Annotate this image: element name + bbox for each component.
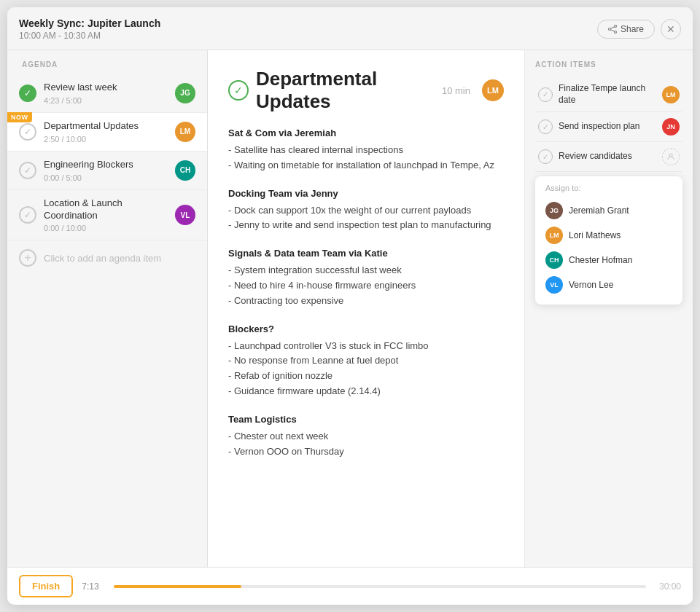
share-button[interactable]: Share (597, 20, 655, 39)
action-item-text: Finalize Tempe launch date (559, 83, 656, 106)
content-block-text: - Satellite has cleared internal inspect… (228, 143, 504, 173)
agenda-item-time: 2:50 / 10:00 (44, 135, 168, 144)
action-item-text: Send inspection plan (559, 121, 656, 133)
action-avatar: JN (662, 118, 680, 136)
assign-avatar: VL (545, 276, 563, 294)
agenda-item-time: 4:23 / 5:00 (44, 96, 168, 105)
title-actions: Share ✕ (597, 19, 681, 39)
content-line: - No response from Leanne at fuel depot (228, 353, 504, 369)
content-block-sat-com: Sat & Com via Jeremiah - Satellite has c… (228, 128, 504, 173)
assign-dropdown: Assign to: JG Jeremiah Grant LM Lori Mat… (535, 176, 682, 305)
content-block-title: Blockers? (228, 323, 504, 334)
content-line: - Jenny to write and send inspection tes… (228, 218, 504, 233)
action-check: ✓ (538, 87, 553, 102)
section-header: ✓ Departmental Updates 10 min LM (228, 68, 504, 113)
assign-avatar: CH (545, 251, 563, 269)
close-icon: ✕ (666, 23, 675, 35)
assign-person-vernon[interactable]: VL Vernon Lee (542, 272, 675, 297)
content-block-signals: Signals & Data team Team via Katie - Sys… (228, 248, 504, 308)
section-duration: 10 min (442, 85, 470, 96)
main-content: AGENDA ✓ Review last week 4:23 / 5:00 JG… (7, 50, 693, 567)
agenda-item-engineering-blockers[interactable]: ✓ Engineering Blockers 0:00 / 5:00 CH (7, 152, 207, 190)
agenda-item-location-launch[interactable]: ✓ Location & Launch Coordination 0:00 / … (7, 190, 207, 241)
svg-line-3 (610, 27, 614, 28)
avatar: CH (175, 160, 195, 181)
avatar: LM (175, 122, 195, 142)
agenda-item-name: Location & Launch Coordination (44, 197, 168, 222)
content-block-logistics: Team Logistics - Chester out next week -… (228, 414, 504, 460)
close-button[interactable]: ✕ (661, 19, 681, 39)
center-panel: ✓ Departmental Updates 10 min LM Sat & C… (208, 50, 525, 567)
content-block-text: - System integration successful last wee… (228, 263, 504, 308)
content-block-text: - Launchpad controller V3 is stuck in FC… (228, 339, 504, 399)
app-window: Weekly Sync: Jupiter Launch 10:00 AM - 1… (7, 7, 693, 605)
add-agenda-label: Click to add an agenda item (44, 253, 161, 264)
time-current: 7:13 (82, 581, 105, 592)
action-item-finalize-tempe[interactable]: ✓ Finalize Tempe launch date LM (535, 77, 682, 112)
avatar: JG (175, 83, 195, 103)
content-line: - System integration successful last wee… (228, 263, 504, 278)
assign-label: Assign to: (542, 184, 675, 192)
action-avatar: LM (662, 86, 680, 103)
svg-point-0 (614, 26, 616, 28)
agenda-item-departmental-updates[interactable]: NOW ✓ Departmental Updates 2:50 / 10:00 … (7, 113, 207, 152)
assign-avatar-placeholder (662, 148, 680, 165)
right-panel-header: ACTION ITEMS (535, 60, 682, 68)
title-info: Weekly Sync: Jupiter Launch 10:00 AM - 1… (19, 17, 160, 41)
section-check-icon: ✓ (228, 80, 249, 101)
add-agenda-item-button[interactable]: + Click to add an agenda item (7, 240, 207, 275)
right-panel: ACTION ITEMS ✓ Finalize Tempe launch dat… (525, 50, 693, 567)
assign-person-chester[interactable]: CH Chester Hofman (542, 248, 675, 272)
section-avatar: LM (482, 79, 504, 101)
action-check: ✓ (538, 119, 553, 134)
content-line: - Refab of ignition nozzle (228, 369, 504, 384)
sidebar-header: AGENDA (7, 50, 207, 74)
meeting-title: Weekly Sync: Jupiter Launch (19, 17, 160, 29)
time-total: 30:00 (655, 581, 681, 592)
svg-point-2 (608, 28, 610, 31)
finish-button[interactable]: Finish (19, 575, 73, 597)
action-item-review-candidates[interactable]: ✓ Review candidates (535, 142, 682, 172)
assign-person-name: Lori Mathews (569, 230, 621, 240)
content-line: - Dock can support 10x the weight of our… (228, 203, 504, 219)
action-item-text: Review candidates (559, 151, 656, 162)
content-line: - Need to hire 4 in-house firmware engin… (228, 278, 504, 294)
assign-avatar: JG (545, 202, 563, 219)
agenda-item-name: Engineering Blockers (44, 159, 168, 171)
agenda-check-current: ✓ (19, 123, 36, 141)
content-line: - Waiting on timetable for installation … (228, 158, 504, 173)
meeting-time: 10:00 AM - 10:30 AM (19, 31, 160, 41)
svg-point-1 (614, 31, 616, 34)
agenda-item-time: 0:00 / 5:00 (44, 173, 168, 182)
content-line: - Vernon OOO on Thursday (228, 444, 504, 460)
content-block-title: Docking Team via Jenny (228, 188, 504, 199)
section-title: Departmental Updates (256, 68, 435, 113)
content-line: - Satellite has cleared internal inspect… (228, 143, 504, 158)
add-icon: + (19, 249, 36, 267)
progress-bar-fill (114, 585, 241, 588)
now-badge: NOW (7, 112, 32, 122)
content-line: - Chester out next week (228, 429, 504, 444)
assign-avatar: LM (545, 227, 563, 244)
agenda-item-review-last-week[interactable]: ✓ Review last week 4:23 / 5:00 JG (7, 74, 207, 113)
avatar: VL (175, 205, 195, 225)
content-block-blockers: Blockers? - Launchpad controller V3 is s… (228, 323, 504, 399)
progress-bar[interactable] (114, 585, 646, 588)
content-line: - Launchpad controller V3 is stuck in FC… (228, 339, 504, 354)
content-block-title: Team Logistics (228, 414, 504, 425)
share-icon (608, 25, 617, 34)
content-block-text: - Dock can support 10x the weight of our… (228, 203, 504, 234)
assign-person-name: Jeremiah Grant (569, 205, 629, 216)
assign-person-name: Chester Hofman (569, 255, 632, 265)
assign-person-name: Vernon Lee (569, 280, 613, 290)
content-line: - Guidance firmware update (2.14.4) (228, 384, 504, 399)
agenda-check-done: ✓ (19, 85, 36, 102)
agenda-item-time: 0:00 / 10:00 (44, 224, 168, 232)
sidebar: AGENDA ✓ Review last week 4:23 / 5:00 JG… (7, 50, 208, 567)
action-item-send-inspection[interactable]: ✓ Send inspection plan JN (535, 112, 682, 142)
svg-line-4 (610, 30, 614, 31)
title-bar: Weekly Sync: Jupiter Launch 10:00 AM - 1… (7, 7, 693, 50)
content-block-title: Signals & Data team Team via Katie (228, 248, 504, 259)
assign-person-lori[interactable]: LM Lori Mathews (542, 223, 675, 248)
assign-person-jeremiah[interactable]: JG Jeremiah Grant (542, 198, 675, 223)
